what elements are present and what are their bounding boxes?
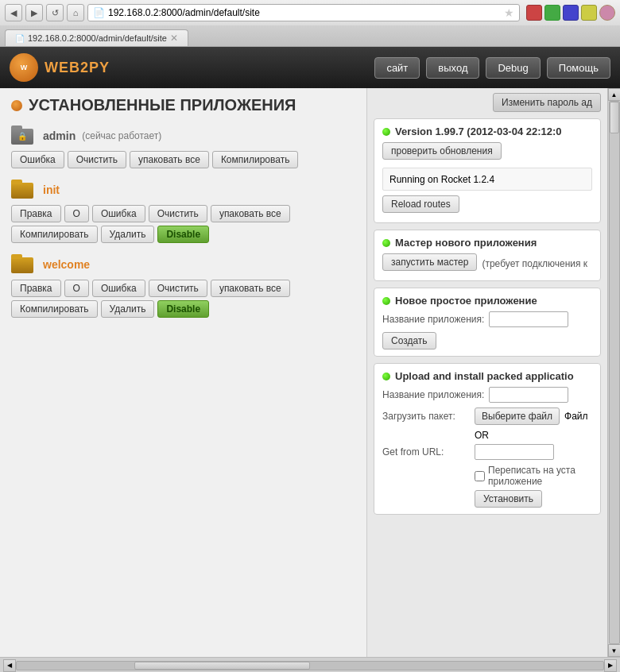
new-app-title: Новое простое приложение [382, 295, 592, 307]
browser-chrome: ◀ ▶ ↺ ⌂ 📄 192.168.0.2:8000/admin/default… [0, 0, 620, 47]
ext-icon-1[interactable] [526, 5, 542, 21]
welcome-about-button[interactable]: О [64, 280, 89, 297]
init-app-name: init [43, 183, 60, 196]
browser-tabs: 📄 192.168.0.2:8000/admin/default/site ✕ [0, 25, 620, 46]
right-panel: Изменить пароль ад Version 1.99.7 (2012-… [367, 88, 607, 657]
wizard-launch-row: запустить мастер (требует подключения к [382, 253, 592, 274]
ext-icon-2[interactable] [544, 5, 560, 21]
welcome-edit-button[interactable]: Правка [11, 280, 61, 297]
debug-button[interactable]: Debug [486, 57, 540, 79]
init-compile-button[interactable]: Компилировать [11, 226, 98, 243]
bookmark-star[interactable]: ★ [504, 6, 514, 19]
overwrite-row: Переписать на уста приложение [475, 465, 592, 487]
init-clean-button[interactable]: Очистить [149, 205, 207, 222]
new-app-card: Новое простое приложение Название прилож… [374, 288, 601, 357]
ext-icon-4[interactable] [581, 5, 597, 21]
overwrite-checkbox[interactable] [475, 471, 485, 481]
welcome-buttons-row1: Правка О Ошибка Очистить упаковать все [11, 280, 355, 297]
admin-header-row: 🔒 admin (сейчас работает) [11, 126, 355, 146]
wizard-status-dot [382, 239, 390, 247]
h-scroll-track[interactable] [16, 661, 604, 670]
ext-icon-3[interactable] [563, 5, 579, 21]
version-card: Version 1.99.7 (2012-03-04 22:12:0 прове… [374, 118, 601, 223]
h-scroll-thumb[interactable] [134, 662, 310, 670]
init-edit-button[interactable]: Правка [11, 205, 61, 222]
app-section-admin: 🔒 admin (сейчас работает) Ошибка Очистит… [11, 126, 355, 168]
version-status-dot [382, 128, 390, 136]
app-name-row: Название приложения: [382, 311, 592, 327]
scroll-up-arrow[interactable]: ▲ [608, 88, 621, 101]
change-password-button[interactable]: Изменить пароль ад [493, 93, 601, 112]
admin-clean-button[interactable]: Очистить [68, 151, 126, 168]
vertical-scrollbar[interactable]: ▲ ▼ [607, 88, 620, 657]
welcome-pack-button[interactable]: упаковать все [211, 280, 290, 297]
help-button[interactable]: Помощь [547, 57, 610, 79]
upload-title: Upload and install packed applicatio [382, 370, 592, 382]
welcome-app-name: welcome [43, 258, 90, 271]
scroll-right-arrow[interactable]: ▶ [604, 659, 617, 672]
scroll-thumb[interactable] [610, 102, 619, 133]
url-label: Get from URL: [382, 446, 470, 458]
welcome-folder-icon [11, 254, 37, 275]
install-button[interactable]: Установить [475, 490, 542, 508]
welcome-disable-button[interactable]: Disable [157, 300, 209, 318]
admin-compile-button[interactable]: Компилировать [212, 151, 299, 168]
logout-button[interactable]: выход [426, 57, 479, 79]
install-btn-area: Установить [475, 490, 592, 508]
welcome-compile-button[interactable]: Компилировать [11, 300, 98, 318]
scroll-left-arrow[interactable]: ◀ [3, 659, 16, 672]
app-section-init: init Правка О Ошибка Очистить упаковать … [11, 180, 355, 243]
init-buttons-row1: Правка О Ошибка Очистить упаковать все [11, 205, 355, 222]
welcome-clean-button[interactable]: Очистить [149, 280, 207, 297]
upload-appname-label: Название приложения: [382, 389, 484, 400]
back-button[interactable]: ◀ [5, 4, 22, 21]
site-button[interactable]: сайт [374, 57, 420, 79]
init-disable-button[interactable]: Disable [157, 226, 209, 243]
upload-appname-input[interactable] [489, 387, 568, 403]
create-app-button[interactable]: Создать [382, 332, 436, 350]
wizard-title: Мастер нового приложения [382, 237, 592, 249]
reload-routes-button[interactable]: Reload routes [382, 195, 459, 213]
app-name-input[interactable] [489, 311, 568, 327]
file-text: Файл [564, 411, 588, 422]
app-header: W WEB2PY сайт выход Debug Помощь [0, 47, 620, 88]
browser-tab-active[interactable]: 📄 192.168.0.2:8000/admin/default/site ✕ [5, 29, 188, 46]
admin-buttons: Ошибка Очистить упаковать все Компилиров… [11, 151, 355, 168]
version-title: Version 1.99.7 (2012-03-04 22:12:0 [382, 126, 592, 137]
forward-button[interactable]: ▶ [25, 4, 43, 21]
extension-area [526, 5, 615, 21]
horizontal-scrollbar[interactable]: ◀ ▶ [0, 657, 620, 672]
profile-icon[interactable] [599, 5, 615, 21]
main-layout: УСТАНОВЛЕННЫЕ ПРИЛОЖЕНИЯ 🔒 admin (сейчас… [0, 88, 620, 657]
launch-wizard-button[interactable]: запустить мастер [382, 253, 477, 271]
or-text: OR [475, 430, 592, 441]
logo-icon: W [10, 53, 38, 82]
welcome-error-button[interactable]: Ошибка [92, 280, 145, 297]
welcome-delete-button[interactable]: Удалить [101, 300, 155, 318]
logo-text: WEB2PY [45, 60, 368, 76]
lock-icon: 🔒 [17, 132, 27, 141]
admin-error-button[interactable]: Ошибка [11, 151, 64, 168]
title-dot-icon [11, 100, 22, 111]
init-error-button[interactable]: Ошибка [92, 205, 145, 222]
admin-pack-button[interactable]: упаковать все [130, 151, 209, 168]
address-text: 192.168.0.2:8000/admin/default/site [108, 7, 501, 18]
scroll-down-arrow[interactable]: ▼ [608, 644, 621, 657]
address-bar[interactable]: 📄 192.168.0.2:8000/admin/default/site ★ [87, 4, 520, 21]
init-delete-button[interactable]: Удалить [101, 226, 155, 243]
upload-pack-row: Загрузить пакет: Выберите файл Файл [382, 407, 592, 425]
app-section-welcome: welcome Правка О Ошибка Очистить упакова… [11, 254, 355, 318]
url-input[interactable] [475, 444, 554, 460]
scroll-track[interactable] [609, 101, 620, 644]
choose-file-button[interactable]: Выберите файл [475, 407, 560, 425]
check-updates-button[interactable]: проверить обновления [382, 142, 502, 160]
reload-button[interactable]: ↺ [46, 4, 64, 21]
new-app-status-dot [382, 297, 390, 305]
init-pack-button[interactable]: упаковать все [211, 205, 290, 222]
close-tab-icon[interactable]: ✕ [170, 33, 178, 44]
home-button[interactable]: ⌂ [67, 4, 84, 21]
upload-status-dot [382, 373, 390, 380]
init-about-button[interactable]: О [64, 205, 89, 222]
welcome-header-row: welcome [11, 254, 355, 275]
browser-toolbar: ◀ ▶ ↺ ⌂ 📄 192.168.0.2:8000/admin/default… [0, 0, 620, 25]
